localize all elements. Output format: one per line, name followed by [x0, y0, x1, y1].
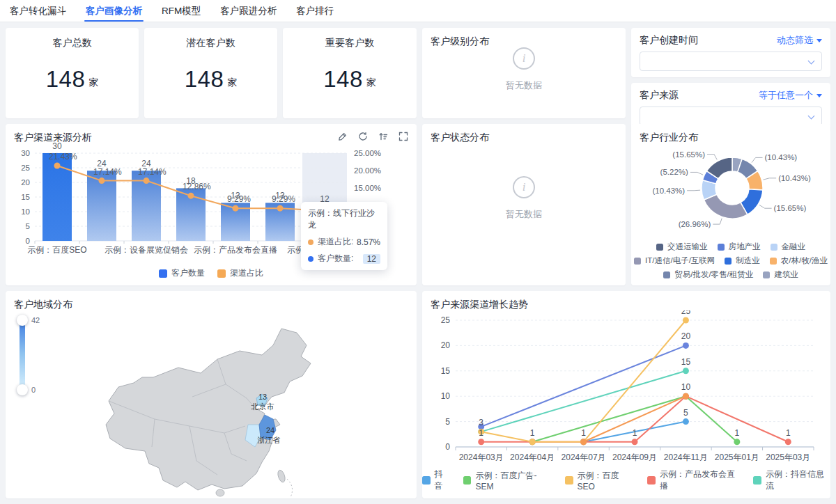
svg-text:2025年03月: 2025年03月 [766, 452, 810, 462]
create-time-select[interactable] [640, 52, 822, 71]
tooltip-rows: 渠道占比:8.57%客户数量:12 [308, 236, 380, 265]
empty-text: 暂无数据 [506, 208, 542, 221]
svg-text:17.14%: 17.14% [138, 167, 167, 177]
legend-label: 渠道占比 [230, 267, 263, 279]
stat-value: 148 [323, 66, 363, 93]
line-dot[interactable] [478, 439, 484, 445]
panel-channel-source: 客户渠道来源分析 30252015105025.00%20.00%15.00%1… [6, 124, 417, 285]
line-dot[interactable] [99, 178, 105, 184]
tooltip-row: 渠道占比:8.57% [308, 236, 380, 248]
stat-unit: 家 [88, 77, 98, 89]
legend-item[interactable]: 交通运输业 [656, 242, 708, 252]
panel-trend: 客户来源渠道增长趋势 05101520252024年03月2024年04月202… [422, 291, 830, 498]
hainan-region[interactable] [216, 489, 224, 496]
svg-text:12.86%: 12.86% [183, 182, 211, 191]
industry-legend: 交通运输业房地产业金融业IT/通信/电子/互联网制造业农/林/牧/渔业贸易/批发… [631, 242, 830, 280]
line-dot[interactable] [54, 162, 61, 168]
svg-text:25: 25 [681, 310, 691, 316]
svg-text:1: 1 [735, 428, 740, 438]
line-dot[interactable] [144, 178, 150, 184]
legend-label: 金融业 [782, 242, 806, 252]
line-dot[interactable] [683, 393, 689, 400]
edit-icon[interactable] [338, 132, 348, 141]
legend-item[interactable]: 示例：产品发布会直播 [647, 468, 741, 492]
svg-text:0: 0 [26, 237, 30, 245]
legend-item[interactable]: 贸易/批发/零售/租赁业 [663, 269, 753, 280]
legend-item[interactable]: 抖音 [422, 468, 451, 492]
line-dot[interactable] [188, 193, 194, 199]
tab-customer-ranking[interactable]: 客户排行 [296, 0, 334, 22]
tab-customer-profile[interactable]: 客户画像分析 [86, 0, 142, 22]
svg-text:1: 1 [633, 428, 637, 438]
line-dot[interactable] [683, 368, 689, 374]
line-dot[interactable] [683, 317, 689, 324]
taiwan-region[interactable] [277, 469, 286, 483]
tab-conversion-funnel[interactable]: 客户转化漏斗 [10, 0, 66, 22]
svg-text:1: 1 [581, 428, 586, 438]
stat-unit: 家 [366, 77, 376, 89]
line-dot[interactable] [233, 205, 239, 212]
line-dot[interactable] [529, 439, 536, 445]
legend-item[interactable]: 建筑业 [763, 269, 798, 280]
donut-segment[interactable] [704, 194, 747, 219]
svg-text:(15.65%): (15.65%) [672, 150, 705, 159]
tab-rfm-model[interactable]: RFM模型 [162, 0, 201, 22]
svg-text:20: 20 [681, 331, 691, 341]
line-dot[interactable] [683, 418, 689, 425]
legend-item[interactable]: 示例：抖音信息流 [753, 468, 830, 492]
line-dot[interactable] [785, 439, 791, 445]
legend-item[interactable]: 示例：百度广告-SEM [463, 468, 552, 492]
legend-item[interactable]: 渠道占比 [217, 267, 263, 279]
sort-icon[interactable] [378, 132, 388, 141]
fullscreen-icon[interactable] [398, 132, 408, 141]
legend-item[interactable]: 房地产业 [718, 242, 761, 252]
legend-swatch [647, 476, 656, 485]
svg-text:(10.43%): (10.43%) [652, 187, 685, 195]
line-dot[interactable] [683, 342, 689, 349]
svg-text:(15.65%): (15.65%) [774, 204, 807, 212]
info-icon: i [513, 47, 535, 70]
panel-title: 客户级别分布 [422, 28, 626, 48]
svg-text:(10.43%): (10.43%) [778, 174, 811, 182]
filter-label: 客户来源 [640, 89, 679, 102]
legend-item[interactable]: IT/通信/电子/互联网 [634, 255, 715, 266]
legend-item[interactable]: 客户数量 [159, 267, 205, 279]
svg-text:(5.22%): (5.22%) [660, 168, 688, 176]
legend-item[interactable]: 制造业 [725, 255, 760, 266]
legend-swatch [725, 258, 732, 265]
stat-value: 148 [46, 66, 86, 93]
customer-source-select[interactable] [640, 107, 822, 126]
svg-text:25.00%: 25.00% [354, 149, 381, 157]
svg-text:30: 30 [52, 142, 62, 151]
legend-item[interactable]: 示例：百度SEO [565, 468, 635, 492]
line-dot[interactable] [277, 205, 284, 212]
china-mainland[interactable] [106, 329, 311, 490]
legend-swatch [753, 476, 761, 485]
series-dot-icon [308, 256, 314, 262]
dynamic-filter-link[interactable]: 动态筛选 [777, 34, 822, 47]
panel-title: 客户行业分布 [631, 124, 830, 144]
line-dot[interactable] [734, 439, 740, 445]
line-dot[interactable] [632, 439, 638, 445]
stat-title: 潜在客户数 [187, 28, 235, 49]
line-dot[interactable] [580, 439, 587, 445]
filter-label: 客户创建时间 [640, 34, 698, 47]
tooltip-title: 示例：线下行业沙龙 [308, 207, 380, 231]
svg-text:9.29%: 9.29% [272, 194, 295, 204]
zhejiang-name-label: 浙江省 [258, 436, 281, 444]
legend-item[interactable]: 金融业 [771, 242, 806, 252]
legend-label: 示例：抖音信息流 [766, 468, 830, 492]
legend-item[interactable]: 农/林/牧/渔业 [770, 255, 828, 266]
equals-any-link[interactable]: 等于任意一个 [759, 89, 822, 102]
stat-value: 148 [185, 66, 224, 93]
svg-text:30: 30 [21, 149, 30, 157]
tab-follow-up[interactable]: 客户跟进分析 [220, 0, 277, 22]
legend-label: 交通运输业 [667, 242, 708, 252]
legend-swatch [159, 269, 167, 278]
stat-card-potential-customers: 潜在客户数 148 家 [144, 28, 277, 118]
chevron-down-icon [808, 113, 815, 120]
legend-swatch [763, 271, 770, 278]
svg-text:25: 25 [441, 315, 451, 325]
caret-down-icon [816, 39, 822, 42]
refresh-icon[interactable] [358, 132, 368, 141]
